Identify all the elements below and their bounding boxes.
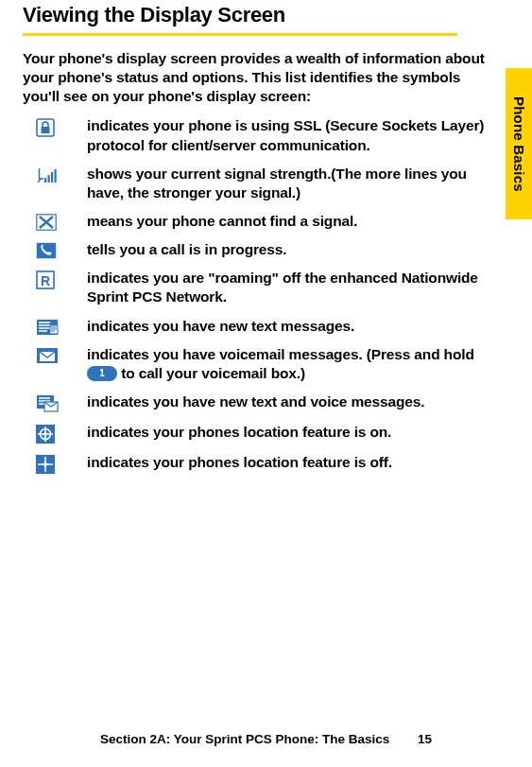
call-in-progress-icon [36, 240, 87, 259]
voicemail-icon [36, 345, 87, 364]
list-item: indicates you have voicemail messages. (… [36, 345, 504, 383]
side-tab: Phone Basics [506, 68, 532, 219]
list-item: indicates your phones location feature i… [36, 423, 504, 444]
page-footer: Section 2A: Your Sprint PCS Phone: The B… [0, 732, 532, 746]
list-item: tells you a call is in progress. [36, 240, 504, 259]
item-text: tells you a call is in progress. [87, 240, 504, 259]
list-item: indicates you have new text messages. [36, 317, 504, 336]
text-and-voice-icon [36, 392, 87, 413]
item-text: indicates your phone is using SSL (Secur… [87, 116, 504, 154]
signal-strength-icon [36, 165, 87, 185]
location-on-icon [36, 423, 87, 444]
item-text: indicates you have new text messages. [87, 317, 504, 336]
svg-rect-2 [44, 178, 46, 183]
list-item: indicates you have new text and voice me… [36, 392, 504, 413]
list-item: means your phone cannot find a signal. [36, 212, 504, 231]
item-text-before: indicates you have voicemail messages. (… [87, 346, 474, 362]
svg-rect-7 [37, 243, 56, 258]
item-text: shows your current signal strength.(The … [87, 165, 504, 202]
page-title: Viewing the Display Screen [23, 3, 504, 27]
new-text-message-icon [36, 317, 87, 336]
list-item: shows your current signal strength.(The … [36, 165, 504, 202]
key-1-icon: 1 [87, 366, 117, 381]
svg-rect-3 [48, 175, 50, 183]
list-item: indicates your phone is using SSL (Secur… [36, 116, 504, 154]
item-text: indicates you have voicemail messages. (… [87, 345, 504, 383]
footer-section: Section 2A: Your Sprint PCS Phone: The B… [100, 732, 389, 746]
symbols-list: indicates your phone is using SSL (Secur… [23, 116, 504, 474]
roaming-icon: R [36, 269, 87, 289]
ssl-lock-icon [36, 116, 87, 137]
svg-rect-1 [42, 127, 50, 133]
item-text: indicates your phones location feature i… [87, 453, 504, 472]
svg-rect-5 [55, 169, 57, 183]
list-item: indicates your phones location feature i… [36, 453, 504, 474]
intro-paragraph: Your phone's display screen provides a w… [23, 49, 504, 105]
footer-page-number: 15 [418, 732, 432, 746]
item-text-after: to call your voicemail box.) [121, 365, 305, 381]
manual-page: Viewing the Display Screen Your phone's … [0, 0, 532, 767]
list-item: R indicates you are "roaming" off the en… [36, 269, 504, 306]
svg-rect-4 [51, 172, 53, 183]
svg-point-18 [43, 432, 47, 436]
side-tab-label: Phone Basics [511, 96, 527, 192]
svg-text:R: R [41, 273, 50, 288]
item-text: indicates you have new text and voice me… [87, 392, 504, 411]
location-off-icon [36, 453, 87, 474]
item-text: means your phone cannot find a signal. [87, 212, 504, 231]
svg-point-20 [43, 462, 47, 466]
no-signal-icon [36, 212, 87, 231]
title-rule [23, 33, 457, 36]
item-text: indicates your phones location feature i… [87, 423, 504, 442]
item-text: indicates you are "roaming" off the enha… [87, 269, 504, 306]
